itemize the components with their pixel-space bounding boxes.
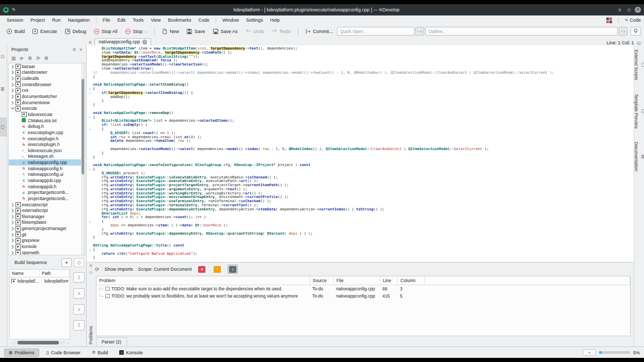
tree-item-nativeappconfig-h[interactable]: ·hnativeappconfig.h bbox=[9, 166, 85, 172]
column-header-path[interactable]: Path bbox=[40, 270, 70, 277]
panel-settings-icon[interactable]: ⚙ bbox=[71, 47, 77, 52]
code-line[interactable]: Q_UNUSED( project ); bbox=[87, 172, 599, 176]
tree-scrollbar[interactable] bbox=[81, 63, 85, 255]
code-line[interactable]: QVariantList deps; bbox=[87, 212, 599, 216]
panel-float-icon[interactable]: ◇ bbox=[87, 269, 95, 276]
tree-item-genericprojectmanager[interactable]: ❯genericprojectmanager bbox=[9, 225, 85, 232]
code-line[interactable]: addDep(); bbox=[87, 95, 599, 100]
tree-item-nativeappjob-cpp[interactable]: ·cnativeappjob.cpp bbox=[9, 177, 85, 184]
stop-dropdown-icon[interactable]: ⌄ bbox=[144, 29, 148, 34]
tree-item-execute[interactable]: ❯execute bbox=[9, 105, 85, 111]
code-line[interactable]: QList<QListWidgetItem*> list = dependenc… bbox=[87, 119, 599, 123]
remove-from-build-sequence-button[interactable]: ⊘ bbox=[74, 258, 84, 267]
save-as-button[interactable]: Save As bbox=[210, 27, 241, 36]
code-line[interactable]: deps << dependencies->item( i )->data( Q… bbox=[87, 224, 599, 228]
expander-icon[interactable]: ❯ bbox=[10, 208, 15, 212]
tree-item-documentswitcher[interactable]: ❯documentswitcher bbox=[9, 93, 85, 100]
lamp-button[interactable] bbox=[631, 27, 641, 36]
maximize-button[interactable]: ◇ bbox=[625, 7, 633, 12]
tree-item-executeplugin-cpp[interactable]: ·cexecuteplugin.cpp bbox=[9, 129, 85, 136]
statusbar-problems-button[interactable]: ▦ Problems bbox=[4, 349, 39, 357]
code-line[interactable]: addDependency->setEnabled( false ); bbox=[87, 59, 599, 63]
code-line[interactable]: } bbox=[87, 99, 599, 103]
tree-item-kdevexecute[interactable]: ·kdevexecute bbox=[9, 111, 85, 118]
code-line[interactable]: } bbox=[87, 152, 599, 156]
statusbar-build-button[interactable]: ⚙ Build bbox=[88, 349, 112, 356]
code-line[interactable]: void NativeAppConfigPage::removeDep() bbox=[87, 111, 599, 116]
fold-marker-icon[interactable]: ▾ bbox=[87, 168, 93, 172]
sidebar-tab-external-scripts[interactable]: ▢ External Scripts bbox=[634, 50, 644, 80]
code-line[interactable] bbox=[87, 79, 599, 83]
expander-icon[interactable]: ❯ bbox=[10, 83, 15, 87]
stop-all-button[interactable]: Stop All bbox=[90, 27, 121, 36]
show-imports-button[interactable]: Show Imports bbox=[104, 267, 133, 272]
code-line[interactable]: // dependencies->selectionModel()->selec… bbox=[87, 71, 599, 75]
code-line[interactable]: ▾ if(targetDependency->selectItemDialog(… bbox=[87, 91, 599, 95]
code-line[interactable]: } bbox=[87, 256, 599, 260]
redo-button[interactable]: Redo bbox=[268, 27, 294, 36]
undo-button[interactable]: Undo bbox=[242, 27, 268, 36]
code-line[interactable]: QListWidgetItem* item = new QListWidgetI… bbox=[87, 47, 599, 51]
filter-warnings-button[interactable]: ! bbox=[212, 265, 222, 274]
code-line[interactable]: if( !list.isEmpty() ) bbox=[87, 123, 599, 127]
statusbar-code-browser-button[interactable]: {} Code Browser bbox=[42, 349, 85, 356]
menu-edit[interactable]: Edit bbox=[114, 17, 130, 23]
save-button[interactable]: Save bbox=[183, 27, 208, 36]
scroll-left-icon[interactable]: ‹ bbox=[9, 341, 13, 344]
debug-button[interactable]: Debug bbox=[61, 27, 90, 36]
expander-icon[interactable]: ❯ bbox=[10, 215, 15, 219]
area-switcher-icon[interactable] bbox=[606, 18, 612, 23]
expander-icon[interactable]: ❯ bbox=[10, 238, 15, 242]
configure-search-icon[interactable]: ⚙ bbox=[44, 56, 49, 61]
code-line[interactable]: ▾ { bbox=[87, 127, 599, 131]
menu-code[interactable]: Code bbox=[195, 17, 214, 23]
parser-tab[interactable]: Parser (2) bbox=[96, 337, 127, 346]
move-up-button[interactable]: ∧ bbox=[73, 288, 85, 299]
code-line[interactable]: Q_ASSERT( list.count() == 1 ); bbox=[87, 131, 599, 136]
tree-item-nativeappconfig-ui[interactable]: ·✎nativeappconfig.ui bbox=[9, 172, 85, 178]
reload-icon[interactable]: ⟳ bbox=[95, 267, 99, 272]
code-line[interactable]: dependencies->selectionModel()->clearSel… bbox=[87, 63, 599, 67]
tree-item-openwith[interactable]: ❯openwith bbox=[9, 250, 85, 255]
commit-button[interactable]: Commit... bbox=[302, 27, 336, 36]
menu-help[interactable]: Help bbox=[267, 17, 284, 23]
tree-item-bazaar[interactable]: ❯bazaar bbox=[9, 63, 85, 70]
code-line[interactable]: cfg.writeEntry( ExecutePlugin::useTermin… bbox=[87, 200, 599, 204]
expander-icon[interactable]: ❯ bbox=[10, 233, 15, 237]
code-line[interactable]: cfg.writeEntry( ExecutePlugin::isExecuta… bbox=[87, 176, 599, 180]
open-project-icon[interactable]: ▥ bbox=[11, 56, 16, 61]
document-list-icon[interactable]: ≡ bbox=[87, 40, 94, 45]
code-line[interactable]: cfg.writeEntry( ExecutePlugin::dependenc… bbox=[87, 232, 599, 236]
code-line[interactable] bbox=[87, 159, 599, 163]
move-top-button[interactable]: ↥ bbox=[73, 272, 85, 283]
filter-hints-button[interactable]: i bbox=[228, 265, 238, 274]
code-line[interactable]: ▾ { bbox=[87, 220, 599, 224]
menu-view[interactable]: View bbox=[147, 17, 164, 23]
code-line[interactable]: targetDependency->setText(QLatin1String(… bbox=[87, 55, 599, 59]
sidebar-tab-classes[interactable]: ◫ Classes bbox=[0, 47, 7, 66]
tree-item-documentview[interactable]: ❯documentview bbox=[9, 100, 85, 106]
tree-item-cmakelists-txt[interactable]: ·CMakeLists.txt bbox=[9, 118, 85, 124]
code-line[interactable] bbox=[87, 240, 599, 244]
code-line[interactable]: void NativeAppConfigPage::saveToConfigur… bbox=[87, 163, 599, 168]
panel-close-icon[interactable]: ✕ bbox=[77, 47, 84, 52]
code-line[interactable]: } bbox=[87, 228, 599, 232]
tree-item-contextbrowser[interactable]: ❯contextbrowser bbox=[9, 81, 85, 88]
fold-marker-icon[interactable]: ▾ bbox=[87, 127, 93, 131]
filter-errors-button[interactable]: ✕ bbox=[197, 265, 207, 274]
menu-window[interactable]: Window bbox=[219, 17, 243, 23]
tree-item-kdevexecute-json[interactable]: ·>_kdevexecute.json bbox=[9, 147, 85, 154]
tree-item-projecttargetscomb[interactable]: ·hprojecttargetscomb... bbox=[9, 195, 85, 202]
expander-icon[interactable]: ❯ bbox=[10, 220, 15, 224]
close-button[interactable]: ✕ bbox=[635, 7, 641, 13]
tree-item-grepview[interactable]: ❯grepview bbox=[9, 238, 85, 244]
code-line[interactable] bbox=[87, 107, 599, 111]
sidebar-tab-documents[interactable]: ▤ Documents bbox=[0, 76, 7, 102]
code-line[interactable]: ▾{ bbox=[87, 168, 599, 172]
menu-tools[interactable]: Tools bbox=[129, 17, 147, 23]
sidebar-tab-documentation[interactable]: ▤ Documentation bbox=[634, 142, 644, 171]
code-line[interactable]: cfg.writeEntry( ExecutePlugin::environme… bbox=[87, 195, 599, 200]
code-line[interactable]: delete dependencies->takeItem( row ); bbox=[87, 139, 599, 143]
navigate-back-button[interactable]: ‹∨ bbox=[415, 27, 424, 36]
tree-item-git[interactable]: ❯git bbox=[9, 232, 85, 238]
